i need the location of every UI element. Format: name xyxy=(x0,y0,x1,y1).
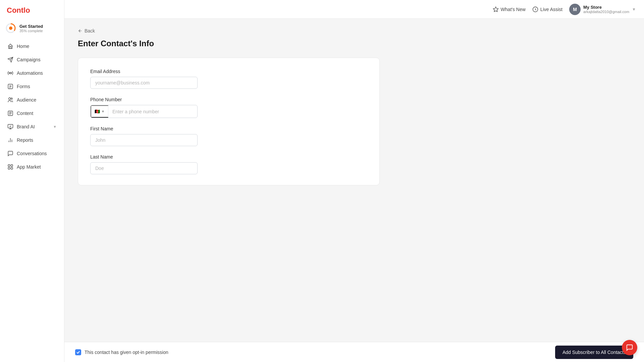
back-arrow-icon xyxy=(78,28,83,33)
user-menu-button[interactable]: M My Store arkajtdatta2010@gmail.com ▼ xyxy=(569,4,636,15)
sidebar-item-automations-label: Automations xyxy=(17,70,43,76)
content-icon xyxy=(7,110,13,116)
whats-new-label: What's New xyxy=(501,7,526,12)
logo: Contlo xyxy=(0,0,64,19)
phone-flag-emoji: 🇦🇫 xyxy=(95,109,100,114)
phone-input-wrapper: 🇦🇫 ▼ xyxy=(90,105,198,118)
svg-rect-20 xyxy=(8,168,10,169)
user-name: My Store xyxy=(583,5,629,10)
whats-new-icon xyxy=(493,6,499,12)
audience-icon xyxy=(7,97,13,103)
opt-in-label: This contact has given opt-in permission xyxy=(85,350,168,355)
bottom-bar: This contact has given opt-in permission… xyxy=(64,342,644,362)
sidebar-item-app-market[interactable]: App Market xyxy=(2,161,62,173)
checkbox-check-icon xyxy=(76,350,80,354)
sidebar-item-reports-label: Reports xyxy=(17,137,33,143)
sidebar-item-campaigns-label: Campaigns xyxy=(17,57,41,62)
automations-icon xyxy=(7,70,13,76)
user-email: arkajtdatta2010@gmail.com xyxy=(583,10,629,14)
svg-rect-18 xyxy=(8,165,10,166)
svg-rect-21 xyxy=(11,168,13,169)
sidebar-item-home-label: Home xyxy=(17,44,29,49)
progress-circle-icon xyxy=(5,23,16,34)
sidebar-item-conversations-label: Conversations xyxy=(17,151,47,156)
svg-point-3 xyxy=(10,72,11,74)
sidebar-item-home[interactable]: Home xyxy=(2,40,62,53)
main-area: What's New Live Assist M My Store arkajt… xyxy=(64,0,644,362)
get-started-label: Get Started xyxy=(19,24,43,29)
sidebar-item-forms[interactable]: Forms xyxy=(2,80,62,93)
brand-ai-arrow-icon: ▼ xyxy=(53,125,57,129)
user-avatar: M xyxy=(569,4,581,15)
chat-bubble-button[interactable] xyxy=(622,340,637,355)
get-started-item[interactable]: Get Started 35% complete xyxy=(0,19,64,38)
home-icon xyxy=(7,43,13,49)
svg-point-8 xyxy=(9,98,11,100)
opt-in-checkbox-group[interactable]: This contact has given opt-in permission xyxy=(75,349,168,355)
whats-new-button[interactable]: What's New xyxy=(493,6,526,12)
sidebar-nav: Home Campaigns Automations Forms Audienc… xyxy=(0,38,64,362)
sidebar-item-brand-ai[interactable]: Brand AI ▼ xyxy=(2,120,62,133)
conversations-icon xyxy=(7,150,13,157)
sidebar-item-content[interactable]: Content xyxy=(2,107,62,120)
svg-rect-19 xyxy=(11,165,13,166)
sidebar-item-forms-label: Forms xyxy=(17,84,30,89)
campaigns-icon xyxy=(7,57,13,63)
svg-rect-4 xyxy=(8,84,13,89)
email-form-group: Email Address xyxy=(90,69,367,89)
sidebar-item-automations[interactable]: Automations xyxy=(2,67,62,79)
last-name-form-group: Last Name xyxy=(90,154,367,174)
back-label: Back xyxy=(85,28,95,34)
page-title: Enter Contact's Info xyxy=(78,39,631,48)
chat-bubble-icon xyxy=(626,344,633,351)
get-started-progress: 35% complete xyxy=(19,29,43,33)
topbar: What's New Live Assist M My Store arkajt… xyxy=(64,0,644,19)
sidebar-item-conversations[interactable]: Conversations xyxy=(2,147,62,160)
phone-label: Phone Number xyxy=(90,97,367,102)
user-menu-chevron-icon: ▼ xyxy=(632,7,636,12)
phone-country-selector[interactable]: 🇦🇫 ▼ xyxy=(91,105,108,118)
phone-field[interactable] xyxy=(108,106,197,117)
live-assist-icon xyxy=(532,6,538,12)
svg-point-9 xyxy=(11,98,13,100)
opt-in-checkbox[interactable] xyxy=(75,349,81,355)
contact-form-card: Email Address Phone Number 🇦🇫 ▼ First Na… xyxy=(78,58,380,185)
back-button[interactable]: Back xyxy=(78,28,95,34)
email-label: Email Address xyxy=(90,69,367,74)
sidebar-item-campaigns[interactable]: Campaigns xyxy=(2,53,62,66)
forms-icon xyxy=(7,83,13,89)
first-name-form-group: First Name xyxy=(90,126,367,146)
live-assist-label: Live Assist xyxy=(540,7,562,12)
sidebar-item-audience[interactable]: Audience xyxy=(2,94,62,106)
user-info: My Store arkajtdatta2010@gmail.com xyxy=(583,5,629,14)
sidebar-item-audience-label: Audience xyxy=(17,97,36,103)
page-content: Back Enter Contact's Info Email Address … xyxy=(64,19,644,342)
email-field[interactable] xyxy=(90,77,198,89)
brand-ai-icon xyxy=(7,124,13,130)
sidebar-item-brand-ai-label: Brand AI xyxy=(17,124,35,129)
svg-marker-22 xyxy=(493,7,498,11)
live-assist-button[interactable]: Live Assist xyxy=(532,6,562,12)
phone-dropdown-arrow-icon: ▼ xyxy=(101,110,105,113)
reports-icon xyxy=(7,137,13,143)
last-name-label: Last Name xyxy=(90,154,367,160)
sidebar-item-content-label: Content xyxy=(17,111,33,116)
sidebar-item-reports[interactable]: Reports xyxy=(2,134,62,146)
app-market-icon xyxy=(7,164,13,170)
last-name-field[interactable] xyxy=(90,162,198,174)
svg-point-2 xyxy=(9,26,12,30)
first-name-label: First Name xyxy=(90,126,367,131)
first-name-field[interactable] xyxy=(90,134,198,146)
phone-form-group: Phone Number 🇦🇫 ▼ xyxy=(90,97,367,118)
sidebar-item-app-market-label: App Market xyxy=(17,164,41,170)
sidebar: Contlo Get Started 35% complete Home Cam… xyxy=(0,0,64,362)
